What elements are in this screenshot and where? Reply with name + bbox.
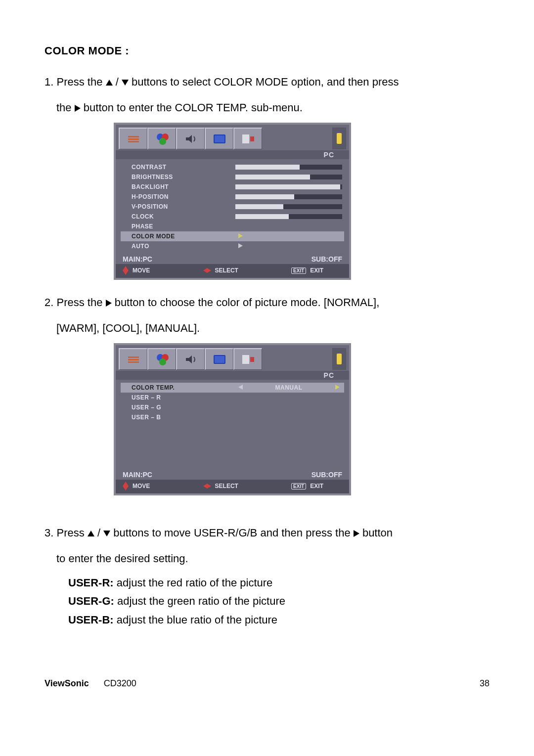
- tab-pip-icon[interactable]: [205, 128, 233, 149]
- osd-menu-item[interactable]: USER – R: [123, 393, 342, 402]
- svg-rect-2: [128, 141, 139, 142]
- submenu-arrow-icon: [235, 233, 245, 240]
- osd-item-label: COLOR MODE: [123, 233, 235, 240]
- def-user-g: USER-G: adjust the green ratio of the pi…: [68, 592, 490, 610]
- osd-title: PC: [324, 151, 334, 159]
- svg-point-5: [159, 138, 166, 145]
- osd-item-label: PHASE: [123, 223, 235, 230]
- osd-item-label: USER – B: [123, 414, 235, 421]
- osd-tab-bar: [116, 345, 349, 371]
- slider-track[interactable]: [235, 165, 342, 170]
- step1-line1: 1. Press the / buttons to select COLOR M…: [44, 71, 490, 93]
- exit-icon: EXIT: [291, 483, 306, 489]
- osd-menu-item[interactable]: PHASE: [123, 222, 342, 231]
- left-arrow-icon[interactable]: [235, 384, 245, 391]
- t: the: [56, 101, 75, 114]
- osd-nav-bar: MOVE SELECT EXIT EXIT: [116, 480, 349, 493]
- osd-item-label: BACKLIGHT: [123, 183, 235, 190]
- tab-color-icon[interactable]: [147, 348, 176, 370]
- slider-track[interactable]: [235, 175, 342, 179]
- osd-item-label: V-POSITION: [123, 203, 235, 210]
- section-title: COLOR MODE :: [44, 44, 490, 57]
- osd-menu-item[interactable]: CONTRAST: [123, 162, 342, 172]
- status-sub: SUB:OFF: [312, 471, 342, 479]
- osd-menu-item[interactable]: COLOR MODE: [121, 231, 344, 241]
- up-arrow-icon: [88, 531, 94, 536]
- osd-item-label: USER – G: [123, 404, 235, 411]
- t: 3. Press: [44, 527, 88, 539]
- exit-icon: EXIT: [291, 267, 306, 274]
- footer-page-number: 38: [480, 678, 490, 689]
- status-main: MAIN:PC: [123, 471, 152, 479]
- tab-setup-icon[interactable]: [233, 128, 262, 149]
- select-icon: [203, 484, 211, 489]
- osd-item-label: AUTO: [123, 243, 235, 250]
- svg-rect-19: [250, 357, 254, 362]
- svg-rect-18: [242, 355, 249, 364]
- svg-rect-10: [128, 356, 139, 358]
- step3-line1: 3. Press / buttons to move USER-R/G/B an…: [44, 522, 490, 544]
- tab-pip-icon[interactable]: [205, 348, 233, 370]
- select-icon: [203, 268, 211, 273]
- right-arrow-icon: [354, 530, 359, 537]
- osd-menu-item[interactable]: CLOCK: [123, 212, 342, 222]
- osd-item-label: H-POSITION: [123, 193, 235, 200]
- right-arrow-icon[interactable]: [332, 384, 342, 391]
- osd-menu-item[interactable]: COLOR TEMP.MANUAL: [121, 383, 344, 393]
- tab-picture-icon[interactable]: [119, 128, 147, 149]
- def-user-b: USER-B: adjust the blue ratio of the pic…: [68, 611, 490, 629]
- osd-item-label: BRIGHTNESS: [123, 174, 235, 180]
- submenu-arrow-icon: [235, 243, 245, 250]
- nav-select-label: SELECT: [215, 267, 238, 274]
- right-arrow-icon: [75, 105, 81, 112]
- step2-line1: 2. Press the button to choose the color …: [44, 292, 490, 313]
- footer-model: CD3200: [104, 678, 136, 689]
- tab-audio-icon[interactable]: [176, 348, 205, 370]
- slider-track[interactable]: [235, 214, 342, 219]
- tab-setup-icon[interactable]: [233, 348, 262, 370]
- def-user-r: USER-R: adjust the red ratio of the pict…: [68, 574, 490, 592]
- osd-item-label: USER – R: [123, 394, 235, 401]
- down-arrow-icon: [122, 80, 129, 86]
- osd-tab-bar: [116, 125, 349, 150]
- svg-rect-0: [128, 136, 139, 137]
- t: /: [97, 527, 103, 539]
- osd-menu-item[interactable]: BACKLIGHT: [123, 182, 342, 192]
- status-sub: SUB:OFF: [312, 255, 342, 263]
- tab-picture-icon[interactable]: [119, 348, 147, 370]
- slider-track[interactable]: [235, 184, 342, 189]
- osd-title-bar: PC: [116, 150, 349, 159]
- osd-item-label: COLOR TEMP.: [123, 384, 235, 391]
- osd-title: PC: [324, 371, 334, 379]
- osd-menu-1: PC CONTRASTBRIGHTNESSBACKLIGHTH-POSITION…: [114, 123, 351, 280]
- nav-select-label: SELECT: [215, 483, 238, 489]
- nav-move-label: MOVE: [133, 483, 150, 489]
- osd-status-bar: MAIN:PC SUB:OFF: [116, 469, 349, 480]
- t: button to choose the color of picture mo…: [115, 296, 380, 309]
- slider-track[interactable]: [235, 194, 342, 199]
- tab-color-icon[interactable]: [147, 128, 176, 149]
- t: /: [116, 76, 122, 88]
- osd-menu-item[interactable]: BRIGHTNESS: [123, 172, 342, 182]
- up-arrow-icon: [106, 80, 113, 86]
- osd-menu-item[interactable]: USER – G: [123, 402, 342, 412]
- slider-track[interactable]: [235, 204, 342, 209]
- osd-title-bar: PC: [116, 371, 349, 380]
- svg-rect-17: [215, 356, 224, 363]
- osd-menu-item[interactable]: V-POSITION: [123, 202, 342, 212]
- t: 1. Press the: [44, 76, 106, 88]
- osd-item-label: CONTRAST: [123, 164, 235, 171]
- t: buttons to move USER-R/G/B and then pres…: [113, 527, 353, 539]
- osd-menu-item[interactable]: H-POSITION: [123, 192, 342, 202]
- svg-rect-1: [128, 138, 139, 140]
- svg-rect-8: [242, 134, 249, 143]
- osd-status-bar: MAIN:PC SUB:OFF: [116, 253, 349, 264]
- osd-menu-item[interactable]: USER – B: [123, 412, 342, 422]
- tab-indicator-icon: [332, 128, 346, 149]
- right-arrow-icon: [106, 300, 112, 307]
- t: button to enter the COLOR TEMP. sub-menu…: [84, 101, 303, 114]
- osd-item-label: CLOCK: [123, 213, 235, 220]
- step1-line2: the button to enter the COLOR TEMP. sub-…: [56, 97, 490, 119]
- osd-menu-item[interactable]: AUTO: [123, 241, 342, 251]
- tab-audio-icon[interactable]: [176, 128, 205, 149]
